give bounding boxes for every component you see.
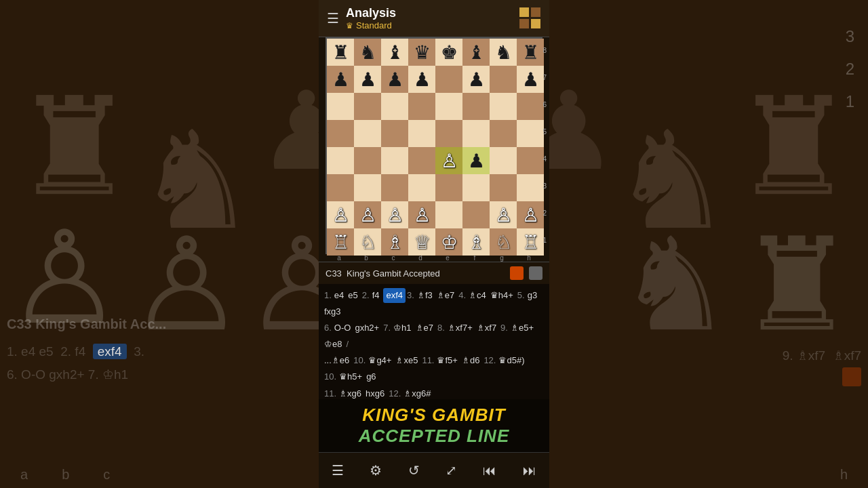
board-cell[interactable]: ♜ [327,39,354,66]
board-cell[interactable] [517,93,544,120]
move-12b-final[interactable]: ♗xg6# [403,386,431,399]
move-12a[interactable]: ♛d5#) [498,353,524,368]
board-cell[interactable]: ♟ [354,66,381,93]
move-4a[interactable]: ♗c4 [469,288,486,303]
board-cell[interactable]: ♝ [462,39,490,66]
toolbar-menu-button[interactable]: ☰ [326,460,349,481]
board-cell[interactable] [490,93,517,120]
board-cell[interactable]: ♟ [462,147,490,174]
board-cell[interactable] [408,120,435,147]
move-bxg6[interactable]: ♗xg6 [339,386,361,399]
move-5a[interactable]: g3 [528,288,537,303]
board-cell[interactable]: ♙ [490,201,517,228]
board-cell[interactable] [354,174,381,201]
move-9a[interactable]: ♗e5+ [511,321,534,336]
board-cell[interactable] [408,147,435,174]
move-9b[interactable]: ♔e8 [324,337,342,352]
board-cell[interactable]: ♗ [462,228,490,256]
board-cell[interactable] [327,93,354,120]
move-exf4-highlight[interactable]: exf4 [383,288,406,303]
menu-button[interactable]: ☰ [327,10,339,26]
board-cell[interactable]: ♔ [435,228,462,256]
board-cell[interactable]: ♟ [517,66,544,93]
board-cell[interactable] [354,147,381,174]
board-cell[interactable] [462,174,490,201]
board-cell[interactable] [490,66,517,93]
move-11a[interactable]: ♛f5+ [437,353,457,368]
board-cell[interactable]: ♖ [517,228,544,256]
board-cell[interactable] [517,147,544,174]
board-cell[interactable] [435,201,462,228]
move-3b[interactable]: ♗e7 [437,288,454,303]
move-wh5[interactable]: ♛h5+ [339,369,362,384]
toolbar-prev-button[interactable]: ⏮ [477,460,502,481]
toolbar-expand-button[interactable]: ⤢ [440,460,462,481]
toolbar-refresh-button[interactable]: ↺ [403,460,425,481]
move-4b[interactable]: ♛h4+ [490,288,513,303]
board-cell[interactable]: ♝ [381,39,408,66]
move-g6[interactable]: g6 [366,369,376,384]
move-11b[interactable]: ♗d6 [462,353,479,368]
board-cell[interactable] [354,93,381,120]
board-cell[interactable]: ♙ [354,201,381,228]
board-cell[interactable] [381,174,408,201]
move-1b[interactable]: e5 [348,288,357,303]
board-cell[interactable]: ♟ [327,66,354,93]
board-cell[interactable] [435,174,462,201]
board-cell[interactable] [408,174,435,201]
board-cell[interactable]: ♜ [517,39,544,66]
board-cell[interactable]: ♘ [490,228,517,256]
board-cell[interactable] [435,66,462,93]
board-cell[interactable] [327,174,354,201]
board-cell[interactable] [327,120,354,147]
board-cell[interactable] [462,93,490,120]
move-8b[interactable]: ♗xf7 [477,321,496,336]
board-cell[interactable]: ♙ [408,201,435,228]
chess-board[interactable]: ♜♞♝♛♚♝♞♜♟♟♟♟♟♟♙♟♙♙♙♙♙♙♖♘♗♕♔♗♘♖ [326,37,542,254]
board-cell[interactable] [381,147,408,174]
move-hxg6[interactable]: hxg6 [366,386,384,399]
move-10b[interactable]: ♗xe5 [395,353,418,368]
board-cell[interactable]: ♞ [354,39,381,66]
board-cell[interactable]: ♗ [381,228,408,256]
opening-icon-1[interactable] [510,266,524,280]
move-10a[interactable]: ♛g4+ [368,353,391,368]
board-cell[interactable]: ♙ [517,201,544,228]
board-cell[interactable] [435,120,462,147]
board-cell[interactable] [408,93,435,120]
move-7b[interactable]: ♗e7 [416,321,433,336]
board-cell[interactable]: ♕ [408,228,435,256]
board-cell[interactable] [462,201,490,228]
board-cell[interactable]: ♙ [327,201,354,228]
board-cell[interactable] [327,147,354,174]
opening-icon-2[interactable] [529,266,542,280]
move-8a[interactable]: ♗xf7+ [448,321,473,336]
board-cell[interactable]: ♖ [327,228,354,256]
toolbar-next-button[interactable]: ⏭ [517,460,542,481]
board-cell[interactable]: ♟ [462,66,490,93]
board-cell[interactable] [490,120,517,147]
board-cell[interactable] [381,93,408,120]
board-cell[interactable] [517,174,544,201]
board-cell[interactable]: ♟ [381,66,408,93]
board-cell[interactable]: ♛ [408,39,435,66]
move-5b[interactable]: fxg3 [324,304,341,319]
board-cell[interactable]: ♘ [354,228,381,256]
board-cell[interactable] [517,120,544,147]
board-cell[interactable]: ♙ [381,201,408,228]
board-cell[interactable]: ♟ [408,66,435,93]
board-cell[interactable]: ♚ [435,39,462,66]
move-1a[interactable]: e4 [334,288,344,303]
move-6b[interactable]: gxh2+ [355,321,379,336]
board-cell[interactable] [490,174,517,201]
move-7a[interactable]: ♔h1 [393,321,411,336]
board-cell[interactable]: ♞ [490,39,517,66]
board-cell[interactable] [435,93,462,120]
board-cell[interactable] [462,120,490,147]
move-6a[interactable]: O-O [334,321,351,336]
move-9c[interactable]: ...♗e6 [324,353,349,368]
board-cell[interactable] [490,147,517,174]
move-3a[interactable]: ♗f3 [417,288,433,303]
board-cell[interactable]: ♙ [435,147,462,174]
board-cell[interactable] [354,120,381,147]
